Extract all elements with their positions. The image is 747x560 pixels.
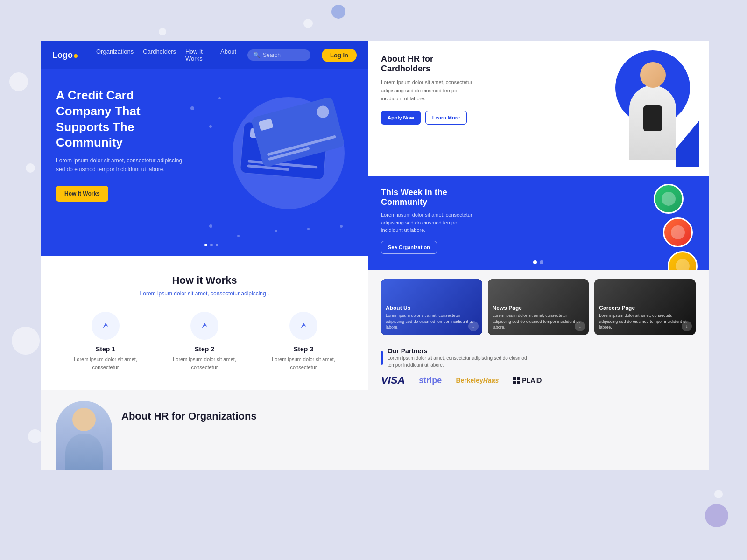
partners-subtitle: Lorem ipsum dolor sit amet, consectetur … — [388, 355, 528, 369]
plaid-icon — [513, 377, 520, 384]
hero-deco-dot-4 — [209, 224, 212, 228]
right-bottom-section: About Us Lorem ipsum dolor sit amet, con… — [368, 270, 709, 470]
nav-about[interactable]: About — [220, 48, 236, 62]
hero-dot-1[interactable] — [204, 244, 207, 246]
partners-title-block: Our Partners Lorem ipsum dolor sit amet,… — [388, 347, 528, 369]
avatar-green — [654, 184, 684, 214]
info-card-careers-arrow[interactable]: ↓ — [682, 321, 692, 331]
how-it-works-title: How it Works — [56, 274, 353, 287]
info-card-about-arrow[interactable]: ↓ — [468, 321, 479, 331]
info-card-about-body: Lorem ipsum dolor sit amet, consectetur … — [386, 313, 478, 330]
step-2-name: Step 2 — [195, 345, 214, 353]
info-card-about[interactable]: About Us Lorem ipsum dolor sit amet, con… — [381, 279, 482, 335]
nav-organizations[interactable]: Organizations — [96, 48, 134, 62]
deco-circle-3 — [159, 28, 166, 35]
logo: Logo — [52, 50, 78, 60]
about-hr-orgs-title: About HR for Organizations — [121, 410, 257, 422]
person-head-right — [640, 62, 666, 88]
info-cards-row: About Us Lorem ipsum dolor sit amet, con… — [381, 279, 696, 335]
learn-more-button[interactable]: Learn More — [425, 111, 467, 125]
hero-cta-button[interactable]: How It Works — [56, 186, 108, 202]
steps-row: Step 1 Lorem ipsum dolor sit amet, conse… — [56, 312, 353, 371]
right-top-section: About HR for Cardholders Lorem ipsum dol… — [368, 41, 709, 176]
search-bar[interactable]: 🔍 — [247, 49, 310, 61]
plaid-logo: PLAID — [513, 377, 542, 384]
hero-deco-dot-2 — [209, 125, 212, 128]
step-3: Step 3 Lorem ipsum dolor sit amet, conse… — [266, 312, 341, 371]
login-button[interactable]: Log In — [322, 49, 357, 62]
svg-rect-2 — [513, 381, 516, 384]
berkeley-logo: BerkeleyHaas — [456, 377, 499, 384]
about-hr-orgs-text: About HR for Organizations — [121, 401, 257, 422]
how-it-works-section: How it Works Lorem ipsum dolor sit amet,… — [41, 256, 368, 390]
mid-pagination — [533, 260, 543, 264]
how-it-works-subtitle: Lorem ipsum dolor sit amet, consectetur … — [56, 290, 353, 297]
avatar-red — [663, 217, 693, 247]
partners-logos: VISA stripe BerkeleyHaas PLAID — [381, 374, 696, 386]
info-card-news-body: Lorem ipsum dolor sit amet, consectetur … — [493, 313, 585, 330]
hero-section: A Credit Card Company That Supports The … — [41, 69, 368, 256]
svg-rect-1 — [517, 377, 520, 380]
step-2-svg — [198, 319, 211, 332]
hero-pagination — [204, 244, 218, 246]
navbar: Logo Organizations Cardholders How It Wo… — [41, 41, 368, 69]
person-body — [65, 434, 103, 470]
right-mid-title: This Week in the Community — [381, 188, 474, 207]
info-card-about-title: About Us — [386, 305, 478, 311]
nav-links: Organizations Cardholders How It Works A… — [96, 48, 236, 62]
partners-section: Our Partners Lorem ipsum dolor sit amet,… — [381, 343, 696, 391]
step-3-desc: Lorem ipsum dolor sit amet, consectetur — [266, 356, 341, 371]
step-1: Step 1 Lorem ipsum dolor sit amet, conse… — [68, 312, 143, 371]
nav-how-it-works[interactable]: How It Works — [185, 48, 211, 62]
hero-title: A Credit Card Company That Supports The … — [56, 88, 187, 151]
partners-title: Our Partners — [388, 347, 528, 355]
deco-circle-7 — [714, 490, 723, 498]
step-1-icon — [92, 312, 120, 340]
info-card-careers-title: Careers Page — [599, 305, 691, 311]
info-card-news[interactable]: News Page Lorem ipsum dolor sit amet, co… — [488, 279, 589, 335]
person-silhouette — [615, 48, 690, 167]
deco-circle-4 — [303, 19, 313, 28]
deco-circle-9 — [705, 504, 728, 527]
avatar-yellow — [668, 251, 698, 270]
left-bottom-section: About HR for Organizations — [41, 390, 368, 470]
right-panel: About HR for Cardholders Lorem ipsum dol… — [368, 41, 709, 470]
step-1-svg — [99, 319, 112, 332]
person-body-right — [629, 85, 676, 160]
card-illustration — [218, 83, 359, 232]
step-2-icon — [190, 312, 218, 340]
deco-circle-5 — [12, 327, 40, 355]
step-3-name: Step 3 — [294, 345, 313, 353]
see-organization-button[interactable]: See Organization — [381, 241, 437, 254]
right-top-title: About HR for Cardholders — [381, 54, 474, 74]
right-top-body: Lorem ipsum dolor sit amet, consectetur … — [381, 78, 474, 103]
deco-circle-6 — [28, 429, 42, 443]
nav-cardholders[interactable]: Cardholders — [143, 48, 176, 62]
person-right-illustration — [606, 41, 699, 167]
hero-deco-dot-1 — [190, 106, 194, 110]
partners-bar — [381, 351, 383, 365]
hero-dot-3[interactable] — [216, 244, 218, 246]
mid-dot-1[interactable] — [533, 260, 537, 264]
logo-dot — [74, 54, 78, 58]
stripe-logo: stripe — [419, 376, 442, 385]
right-mid-section: This Week in the Community Lorem ipsum d… — [368, 176, 709, 270]
apply-button[interactable]: Apply Now — [381, 111, 421, 125]
info-card-careers[interactable]: Careers Page Lorem ipsum dolor sit amet,… — [594, 279, 696, 335]
step-2-desc: Lorem ipsum dolor sit amet, consectetur — [167, 356, 242, 371]
search-input[interactable] — [263, 52, 305, 58]
mid-dot-2[interactable] — [540, 260, 543, 264]
right-top-inner: About HR for Cardholders Lorem ipsum dol… — [381, 52, 696, 165]
right-mid-body: Lorem ipsum dolor sit amet, consectetur … — [381, 211, 474, 234]
hero-dot-2[interactable] — [210, 244, 213, 246]
step-1-desc: Lorem ipsum dolor sit amet, consectetur — [68, 356, 143, 371]
person-illustration-bottom — [56, 401, 112, 470]
left-panel: Logo Organizations Cardholders How It Wo… — [41, 41, 368, 470]
pos-device — [643, 105, 662, 131]
info-card-news-title: News Page — [493, 305, 585, 311]
community-avatars — [654, 184, 698, 270]
svg-rect-0 — [513, 377, 516, 380]
person-head — [72, 408, 96, 431]
step-3-svg — [297, 319, 310, 332]
card-chip-front — [258, 119, 273, 131]
